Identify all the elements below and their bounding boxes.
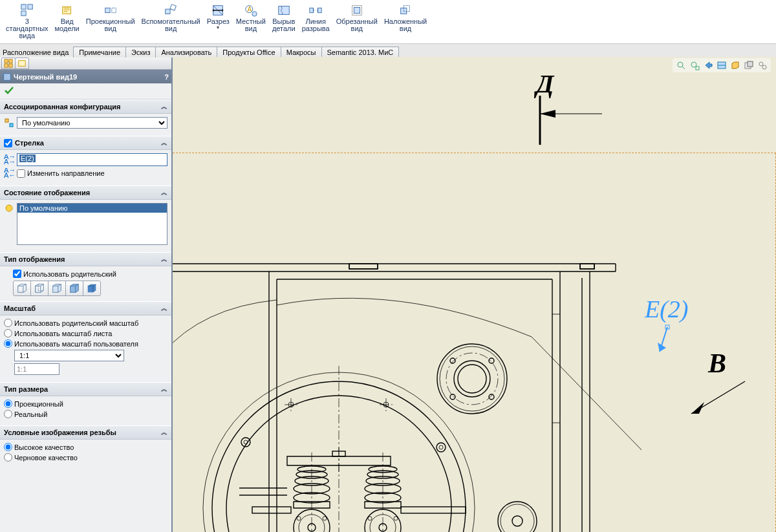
svg-rect-16 [354,7,360,13]
arrow-e2[interactable] [656,315,682,361]
drawing-area[interactable]: Д Е(2) В [173,57,776,532]
chevron-up-icon: ︽ [161,102,167,111]
use-parent-display-checkbox[interactable] [13,270,21,278]
svg-point-79 [450,394,455,399]
svg-point-106 [368,516,372,520]
scale-sheet-radio[interactable] [4,329,12,337]
arrow-label-input[interactable]: Е(2) [17,153,167,166]
scale-text[interactable] [14,363,59,375]
chevron-up-icon: ︽ [161,304,167,313]
section-display-type[interactable]: Тип отображения︽ [0,252,171,266]
ribbon-model-view[interactable]: Вид модели [52,1,83,43]
section-view-icon[interactable] [716,59,727,71]
section-dim-type[interactable]: Тип размера︽ [0,382,171,396]
display-state-icon [4,203,14,213]
ribbon-crop-view[interactable]: Обрезанный вид [333,1,381,43]
heads-up-toolbar [673,58,771,72]
arrow-checkbox[interactable] [4,139,12,147]
display-state-list[interactable]: По умолчанию [17,203,167,245]
svg-point-107 [394,516,398,520]
tab-sketch[interactable]: Эскиз [125,47,156,58]
svg-point-80 [489,394,494,399]
ok-icon[interactable] [4,85,14,96]
svg-rect-24 [4,73,11,80]
zoom-area-icon[interactable] [689,59,700,71]
svg-point-78 [489,358,494,363]
help-button[interactable]: ? [164,73,169,81]
svg-rect-19 [5,59,8,62]
section-icon [211,3,225,17]
section-display-state[interactable]: Состояние отображения︽ [0,186,171,200]
annotation-v: В [708,348,726,379]
ribbon-break-line[interactable]: Линия разрыва [299,1,333,43]
dim-true-radio[interactable] [4,410,12,418]
hide-show-icon[interactable] [743,59,755,71]
ribbon-std-views[interactable]: 3 стандартных вида [3,1,52,43]
std-views-icon [20,3,34,17]
panel-tab-property-manager[interactable] [15,58,29,69]
svg-rect-6 [166,9,170,14]
tab-annotation[interactable]: Примечание [73,47,126,58]
section-thread[interactable]: Условные изображения резьбы︽ [0,425,171,440]
shaded-button[interactable] [83,281,101,296]
ribbon-broken-out[interactable]: Вырыв детали [269,1,299,43]
svg-rect-108 [252,507,291,513]
zoom-fit-icon[interactable] [675,59,687,71]
svg-rect-5 [111,8,115,12]
svg-rect-25 [5,119,8,122]
svg-rect-7 [170,5,176,10]
tab-macros[interactable]: Макросы [281,47,322,58]
tab-view-layout[interactable]: Расположение вида [0,47,74,58]
svg-text:A←: A← [4,171,14,178]
arrow-v [684,376,748,421]
crop-icon [350,3,364,17]
reverse-checkbox[interactable] [17,169,25,178]
svg-point-39 [762,65,766,69]
tab-office[interactable]: Продукты Office [217,47,281,58]
arrow-reverse-icon: A→A← [4,168,14,178]
svg-rect-12 [279,6,290,15]
scale-user-radio[interactable] [4,339,12,348]
section-assoc-config[interactable]: Ассоциированная конфигурация︽ [0,100,171,114]
config-select[interactable]: По умолчанию [17,117,167,129]
ribbon-detail-view[interactable]: A Местный вид [233,1,269,43]
svg-point-74 [454,361,490,397]
ribbon-aux-view[interactable]: Вспомогательный вид [138,1,204,43]
scale-parent-radio[interactable] [4,319,12,327]
svg-rect-48 [580,264,594,269]
scale-combo[interactable]: 1:1 [14,350,124,361]
section-scale[interactable]: Масштаб︽ [0,301,171,315]
prev-view-icon[interactable] [702,59,714,71]
tab-evaluate[interactable]: Анализировать [155,47,217,58]
hidden-removed-button[interactable] [48,281,66,296]
dim-projected-radio[interactable] [4,399,12,408]
hidden-visible-button[interactable] [30,281,48,296]
svg-rect-21 [5,63,8,67]
projection-icon [103,3,118,17]
ribbon-alt-position[interactable]: Наложенный вид [381,1,430,43]
settings-dropdown-icon[interactable] [757,59,768,71]
svg-point-11 [252,12,257,16]
chevron-up-icon: ︽ [161,385,167,394]
property-panel: Чертежный вид19 ? Ассоциированная конфиг… [0,57,173,532]
display-style-icon[interactable] [729,59,741,71]
shaded-edges-button[interactable] [65,281,83,296]
svg-point-75 [458,365,486,393]
panel-tab-feature-manager[interactable] [1,58,16,69]
section-arrow[interactable]: Стрелка︽ [0,136,171,150]
svg-rect-0 [21,5,26,9]
tab-semantic[interactable]: Semantic 2013. МиС [321,47,400,58]
broken-out-icon [277,3,291,17]
svg-rect-20 [9,59,12,62]
svg-rect-26 [10,123,13,127]
svg-rect-34 [696,67,699,70]
list-item[interactable]: По умолчанию [17,204,167,213]
ribbon-projection-view[interactable]: Проекционный вид [83,1,138,43]
thread-draft-radio[interactable] [4,453,12,462]
thread-high-radio[interactable] [4,443,12,451]
wireframe-button[interactable] [13,281,31,296]
ribbon-toolbar: 3 стандартных вида Вид модели Проекционн… [0,0,776,44]
ribbon-section[interactable]: Разрез ▾ [204,1,233,43]
panel-title: Чертежный вид19 [14,73,77,81]
arrow-label-icon: A→A→ [4,154,14,165]
